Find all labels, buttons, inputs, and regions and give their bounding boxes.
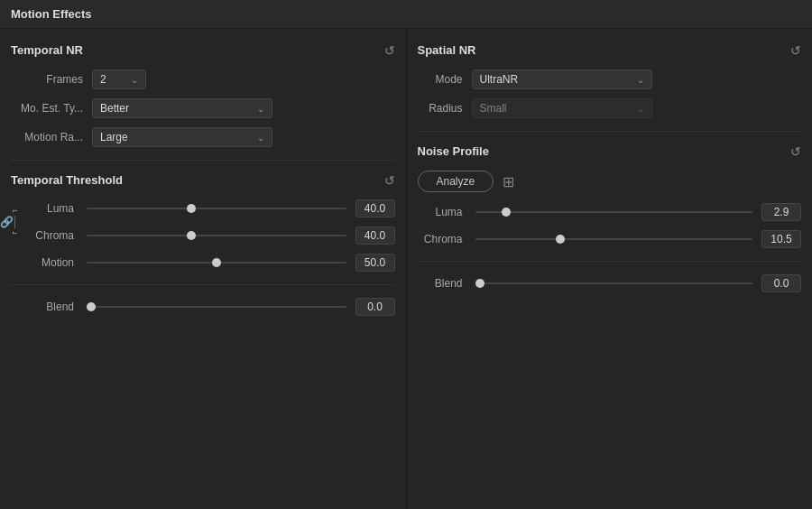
noise-chroma-value[interactable]: 10.5 <box>761 230 801 248</box>
luma-value[interactable]: 40.0 <box>355 199 395 217</box>
noise-blend-row: Blend 0.0 <box>418 274 802 292</box>
spatial-divider <box>418 131 802 132</box>
motion-ra-label: Motion Ra... <box>11 131 92 143</box>
spatial-nr-title: Spatial NR <box>418 43 476 57</box>
noise-luma-value[interactable]: 2.9 <box>761 203 801 221</box>
motion-ra-value: Large <box>100 131 254 143</box>
radius-value: Small <box>480 102 633 115</box>
section-divider <box>11 160 395 161</box>
chroma-label: Chroma <box>20 229 83 242</box>
chroma-value[interactable]: 40.0 <box>355 227 395 245</box>
mode-label: Mode <box>418 73 472 86</box>
temporal-nr-reset-icon[interactable]: ↺ <box>384 44 395 57</box>
noise-chroma-slider[interactable] <box>475 238 753 240</box>
link-icon[interactable]: 🔗 <box>0 216 14 228</box>
noise-chroma-label: Chroma <box>418 233 472 245</box>
mo-est-select[interactable]: Better ⌄ <box>92 98 272 118</box>
luma-row: Luma 40.0 <box>20 199 395 217</box>
noise-blend-divider <box>418 261 802 262</box>
frames-chevron-icon: ⌄ <box>131 75 138 85</box>
mo-est-chevron-icon: ⌄ <box>257 104 264 114</box>
noise-profile-title: Noise Profile <box>418 144 489 158</box>
noise-profile-reset-icon[interactable]: ↺ <box>790 145 801 158</box>
panel-body: Temporal NR ↺ Frames 2 ⌄ Mo. Est. Ty... … <box>0 29 812 509</box>
noise-luma-label: Luma <box>418 206 472 218</box>
mode-row: Mode UltraNR ⌄ <box>418 69 802 89</box>
chroma-row: Chroma 40.0 <box>20 227 395 245</box>
motion-value[interactable]: 50.0 <box>355 254 395 272</box>
chroma-slider[interactable] <box>87 235 346 236</box>
temporal-threshold-title: Temporal Threshold <box>11 173 123 187</box>
motion-label: Motion <box>11 256 83 269</box>
left-blend-value[interactable]: 0.0 <box>355 298 395 316</box>
left-column: Temporal NR ↺ Frames 2 ⌄ Mo. Est. Ty... … <box>0 29 407 509</box>
noise-blend-slider[interactable] <box>475 282 753 284</box>
noise-blend-slider-container: 0.0 <box>472 274 802 292</box>
frames-row: Frames 2 ⌄ <box>11 69 395 89</box>
radius-chevron-icon: ⌄ <box>637 104 644 114</box>
motion-ra-row: Motion Ra... Large ⌄ <box>11 127 395 147</box>
left-blend-slider-container: 0.0 <box>83 298 395 316</box>
noise-luma-slider[interactable] <box>475 211 753 213</box>
luma-slider-container: 40.0 <box>83 199 395 217</box>
mode-select[interactable]: UltraNR ⌄ <box>472 69 652 89</box>
noise-blend-value[interactable]: 0.0 <box>761 274 801 292</box>
motion-slider[interactable] <box>87 262 346 264</box>
noise-chroma-row: Chroma 10.5 <box>418 230 802 248</box>
motion-effects-panel: Motion Effects Temporal NR ↺ Frames 2 ⌄ … <box>0 0 812 509</box>
chroma-slider-container: 40.0 <box>83 227 395 245</box>
mo-est-label: Mo. Est. Ty... <box>11 102 92 115</box>
noise-profile-header: Noise Profile ↺ <box>418 144 802 158</box>
temporal-threshold-reset-icon[interactable]: ↺ <box>384 174 395 187</box>
mo-est-value: Better <box>100 102 254 115</box>
analyze-row: Analyze ⊞ <box>418 171 802 192</box>
spatial-nr-header: Spatial NR ↺ <box>418 43 802 57</box>
luma-slider[interactable] <box>87 208 346 209</box>
radius-select[interactable]: Small ⌄ <box>472 98 652 118</box>
noise-luma-row: Luma 2.9 <box>418 203 802 221</box>
left-blend-row: Blend 0.0 <box>11 298 395 316</box>
temporal-nr-header: Temporal NR ↺ <box>11 43 395 57</box>
radius-row: Radius Small ⌄ <box>418 98 802 118</box>
noise-chroma-slider-container: 10.5 <box>472 230 802 248</box>
frames-label: Frames <box>11 73 92 86</box>
motion-slider-container: 50.0 <box>83 254 395 272</box>
right-column: Spatial NR ↺ Mode UltraNR ⌄ Radius Small… <box>407 29 813 509</box>
mo-est-row: Mo. Est. Ty... Better ⌄ <box>11 98 395 118</box>
radius-label: Radius <box>418 102 472 115</box>
temporal-threshold-header: Temporal Threshold ↺ <box>11 173 395 187</box>
spatial-nr-reset-icon[interactable]: ↺ <box>790 44 801 57</box>
mode-chevron-icon: ⌄ <box>637 75 644 85</box>
panel-title: Motion Effects <box>0 0 812 29</box>
motion-ra-select[interactable]: Large ⌄ <box>92 127 272 147</box>
linked-luma-chroma-group: ⌐ ⌐ 🔗 Luma 40.0 Chroma 40.0 <box>20 199 395 245</box>
temporal-nr-title: Temporal NR <box>11 43 83 57</box>
left-blend-slider[interactable] <box>87 306 346 308</box>
noise-blend-label: Blend <box>418 277 472 290</box>
frames-value: 2 <box>100 73 127 86</box>
noise-luma-slider-container: 2.9 <box>472 203 802 221</box>
left-blend-label: Blend <box>11 301 83 313</box>
frames-select[interactable]: 2 ⌄ <box>92 69 146 89</box>
analyze-button[interactable]: Analyze <box>418 171 494 192</box>
motion-row: Motion 50.0 <box>11 254 395 272</box>
motion-ra-chevron-icon: ⌄ <box>257 133 264 143</box>
mode-value: UltraNR <box>480 73 633 86</box>
threshold-blend-divider <box>11 284 395 285</box>
luma-label: Luma <box>20 202 83 215</box>
add-noise-profile-icon[interactable]: ⊞ <box>503 173 514 190</box>
